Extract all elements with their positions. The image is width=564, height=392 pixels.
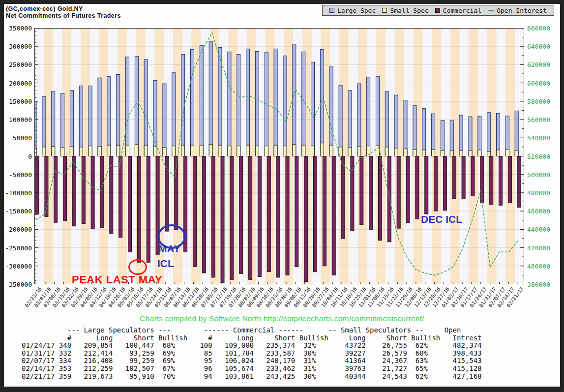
right-axis-tick-label: 540000 — [527, 134, 550, 142]
plot-area: PEAK LAST MAY MAY ICL DEC ICL — [34, 28, 524, 284]
right-axis-tick-label: 660000 — [527, 25, 550, 32]
left-axis-tick-label: -50000 — [4, 171, 32, 179]
chart-subtitle: Net Commitments of Futures Traders — [6, 12, 121, 19]
right-axis-tick-label: 640000 — [527, 43, 550, 50]
right-axis-tick-label: 580000 — [527, 98, 550, 105]
legend-item-small-spec: Small Spec — [382, 7, 428, 14]
legend-item-open-interest: Open Interest — [488, 7, 547, 14]
peak-last-may-circle — [128, 259, 147, 275]
right-axis-tick-label: 620000 — [527, 61, 550, 68]
right-axis-tick-label: 400000 — [527, 263, 550, 270]
legend-item-commercial: Commercial — [435, 7, 481, 14]
legend: Large Spec Small Spec Commercial Open In… — [322, 5, 554, 16]
left-axis-tick-label: -200000 — [4, 226, 32, 233]
open-interest-line-icon — [488, 10, 494, 11]
left-axis-tick-label: -300000 — [4, 263, 32, 270]
left-axis-tick-label: -150000 — [4, 208, 32, 215]
right-axis-tick-label: 420000 — [527, 244, 550, 252]
legend-item-large-spec: Large Spec — [329, 7, 376, 14]
legend-label: Small Spec — [390, 7, 428, 14]
right-axis-tick-label: 560000 — [527, 116, 550, 123]
right-axis-tick-label: 380000 — [527, 281, 550, 288]
right-axis-tick-label: 480000 — [527, 189, 550, 197]
cot-data-table: --- Large Speculators --- ------ Commerc… — [22, 327, 482, 380]
left-axis-tick-label: 250000 — [4, 61, 32, 68]
left-axis-tick-label: 150000 — [4, 98, 32, 105]
small-spec-swatch-icon — [382, 8, 387, 13]
peak-last-may-label: PEAK LAST MAY — [72, 273, 162, 286]
left-axis-tick-label: 50000 — [4, 134, 32, 142]
left-axis-tick-label: -250000 — [4, 244, 32, 252]
legend-label: Open Interest — [497, 7, 547, 14]
left-axis-tick-label: 200000 — [4, 80, 32, 87]
right-axis-tick-label: 460000 — [527, 208, 550, 215]
may-icl-label-line2: ICL — [157, 258, 174, 270]
right-axis-tick-label: 600000 — [527, 80, 550, 87]
left-axis-tick-label: 300000 — [4, 43, 32, 50]
left-axis-tick-label: 350000 — [4, 25, 32, 32]
right-axis-tick-label: 440000 — [527, 226, 550, 233]
dec-icl-label: DEC ICL — [421, 213, 462, 225]
large-spec-swatch-icon — [329, 8, 334, 13]
chart-title: (GC,comex-cec) Gold,NY — [6, 5, 83, 12]
left-axis-tick-label: -100000 — [4, 189, 32, 197]
left-axis-tick-label: -350000 — [4, 281, 32, 288]
commercial-swatch-icon — [435, 8, 440, 13]
left-axis-tick-label: 0 — [4, 153, 32, 160]
cot-chart-screenshot: (GC,comex-cec) Gold,NY Net Commitments o… — [0, 0, 564, 392]
right-axis-tick-label: 500000 — [527, 171, 550, 179]
legend-label: Commercial — [443, 7, 481, 14]
legend-label: Large Spec — [337, 7, 376, 14]
credit-line: Charts compiled by Software North http:/… — [4, 314, 560, 323]
chart-panel: (GC,comex-cec) Gold,NY Net Commitments o… — [4, 4, 560, 387]
may-icl-label-line1: MAY — [158, 243, 180, 255]
left-axis-tick-label: 100000 — [4, 116, 32, 123]
right-axis-tick-label: 520000 — [527, 153, 550, 160]
